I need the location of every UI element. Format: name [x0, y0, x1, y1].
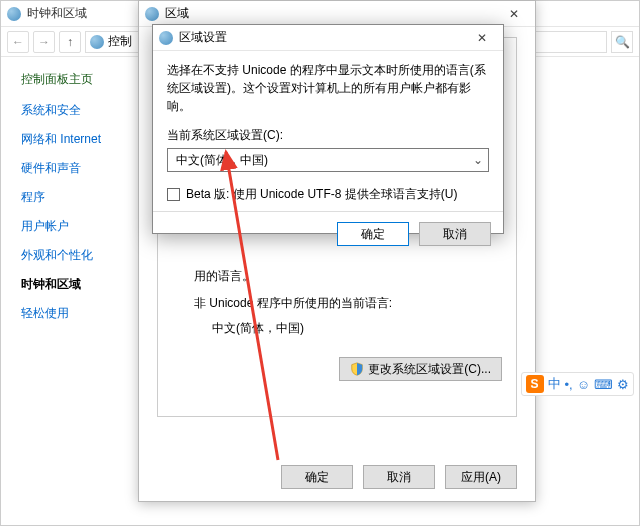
region-change-row: 更改系统区域设置(C)... — [172, 357, 502, 381]
sidebar: 控制面板主页 系统和安全 网络和 Internet 硬件和声音 程序 用户帐户 … — [1, 57, 141, 525]
sidebar-item-5[interactable]: 外观和个性化 — [21, 247, 125, 264]
ime-item-4[interactable]: ⚙ — [617, 377, 629, 392]
region-apply-button[interactable]: 应用(A) — [445, 465, 517, 489]
sidebar-item-0[interactable]: 系统和安全 — [21, 102, 125, 119]
ime-toolbar[interactable]: S 中 •, ☺ ⌨ ⚙ — [521, 372, 634, 396]
search-icon[interactable]: 🔍 — [611, 31, 633, 53]
ime-item-0[interactable]: 中 — [548, 375, 561, 393]
checkbox-icon[interactable] — [167, 188, 180, 201]
globe-icon — [145, 7, 159, 21]
ime-item-2[interactable]: ☺ — [577, 377, 590, 392]
region-panel-text-2: 非 Unicode 程序中所使用的当前语言: — [194, 295, 502, 312]
region-dialog-close-button[interactable]: ✕ — [499, 7, 529, 21]
sidebar-item-4[interactable]: 用户帐户 — [21, 218, 125, 235]
region-panel-text-1: 用的语言。 — [194, 268, 502, 285]
sidebar-header[interactable]: 控制面板主页 — [21, 71, 125, 88]
shield-icon — [350, 362, 364, 376]
ime-item-1[interactable]: •, — [565, 377, 573, 392]
sidebar-item-1[interactable]: 网络和 Internet — [21, 131, 125, 148]
sidebar-item-7[interactable]: 轻松使用 — [21, 305, 125, 322]
globe-icon — [90, 35, 104, 49]
locale-select-value: 中文(简体，中国) — [167, 148, 489, 172]
locale-select[interactable]: 中文(简体，中国) ⌄ — [167, 148, 489, 172]
change-locale-button-label: 更改系统区域设置(C)... — [368, 361, 491, 378]
nav-up-button[interactable]: ↑ — [59, 31, 81, 53]
locale-select-label: 当前系统区域设置(C): — [167, 127, 489, 144]
globe-icon — [159, 31, 173, 45]
locale-dialog-body: 选择在不支持 Unicode 的程序中显示文本时所使用的语言(系统区域设置)。这… — [153, 51, 503, 211]
locale-ok-button[interactable]: 确定 — [337, 222, 409, 246]
region-cancel-button[interactable]: 取消 — [363, 465, 435, 489]
locale-dialog-footer: 确定 取消 — [153, 211, 503, 256]
region-current-language: 中文(简体，中国) — [212, 320, 502, 337]
locale-dialog-titlebar: 区域设置 ✕ — [153, 25, 503, 51]
region-dialog-title: 区域 — [165, 5, 499, 22]
beta-utf8-label: Beta 版: 使用 Unicode UTF-8 提供全球语言支持(U) — [186, 186, 457, 203]
sidebar-item-6[interactable]: 时钟和区域 — [21, 276, 125, 293]
nav-forward-button[interactable]: → — [33, 31, 55, 53]
ime-item-3[interactable]: ⌨ — [594, 377, 613, 392]
locale-description: 选择在不支持 Unicode 的程序中显示文本时所使用的语言(系统区域设置)。这… — [167, 61, 489, 115]
sidebar-item-2[interactable]: 硬件和声音 — [21, 160, 125, 177]
region-ok-button[interactable]: 确定 — [281, 465, 353, 489]
beta-utf8-checkbox-row[interactable]: Beta 版: 使用 Unicode UTF-8 提供全球语言支持(U) — [167, 186, 489, 203]
locale-dialog-close-button[interactable]: ✕ — [467, 31, 497, 45]
locale-settings-dialog: 区域设置 ✕ 选择在不支持 Unicode 的程序中显示文本时所使用的语言(系统… — [152, 24, 504, 234]
sidebar-item-3[interactable]: 程序 — [21, 189, 125, 206]
nav-back-button[interactable]: ← — [7, 31, 29, 53]
change-locale-button[interactable]: 更改系统区域设置(C)... — [339, 357, 502, 381]
locale-dialog-title: 区域设置 — [179, 29, 467, 46]
globe-icon — [7, 7, 21, 21]
ime-logo-icon[interactable]: S — [526, 375, 544, 393]
locale-cancel-button[interactable]: 取消 — [419, 222, 491, 246]
region-dialog-footer: 确定 取消 应用(A) — [281, 465, 517, 489]
breadcrumb-text: 控制 — [108, 33, 132, 50]
